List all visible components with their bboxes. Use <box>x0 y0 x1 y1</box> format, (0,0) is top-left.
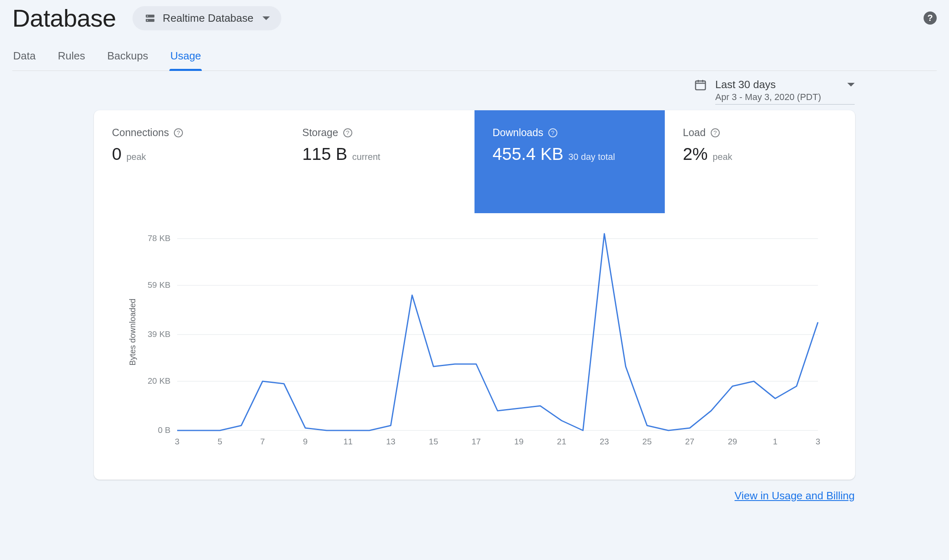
calendar-icon <box>694 78 707 91</box>
svg-text:9: 9 <box>303 437 308 446</box>
database-selector-label: Realtime Database <box>163 12 253 25</box>
svg-text:11: 11 <box>343 437 353 446</box>
svg-text:59 KB: 59 KB <box>148 280 171 289</box>
chevron-down-icon <box>847 83 855 87</box>
database-icon <box>144 12 156 25</box>
svg-text:17: 17 <box>472 437 481 446</box>
help-icon[interactable]: ? <box>174 128 183 137</box>
metric-load[interactable]: Load ? 2% peak <box>665 110 855 213</box>
usage-card: Connections ? 0 peak Storage ? 115 B cur… <box>94 110 855 480</box>
help-icon[interactable]: ? <box>548 128 557 137</box>
page-title: Database <box>12 4 116 32</box>
svg-point-3 <box>147 20 148 20</box>
svg-text:0 B: 0 B <box>158 426 171 435</box>
svg-text:23: 23 <box>600 437 609 446</box>
metric-value: 455.4 KB <box>493 144 563 164</box>
metric-downloads[interactable]: Downloads ? 455.4 KB 30 day total <box>474 110 665 213</box>
tab-rules[interactable]: Rules <box>57 46 86 71</box>
svg-text:5: 5 <box>217 437 222 446</box>
svg-rect-4 <box>696 81 705 90</box>
svg-text:29: 29 <box>728 437 737 446</box>
svg-text:25: 25 <box>642 437 652 446</box>
svg-text:21: 21 <box>557 437 566 446</box>
metric-label: Load <box>683 127 706 139</box>
tab-bar: Data Rules Backups Usage <box>12 46 937 71</box>
svg-text:15: 15 <box>429 437 438 446</box>
metric-suffix: peak <box>126 152 146 162</box>
tab-backups[interactable]: Backups <box>106 46 149 71</box>
tab-usage[interactable]: Usage <box>169 46 202 71</box>
metric-suffix: peak <box>713 152 732 162</box>
help-icon[interactable]: ? <box>924 11 937 25</box>
help-icon[interactable]: ? <box>343 128 352 137</box>
svg-point-2 <box>147 16 148 16</box>
database-selector[interactable]: Realtime Database <box>132 6 281 30</box>
metric-label: Downloads <box>493 127 543 139</box>
metric-storage[interactable]: Storage ? 115 B current <box>284 110 474 213</box>
metric-value: 115 B <box>302 144 347 164</box>
date-range-label: Last 30 days <box>715 78 776 91</box>
metric-suffix: current <box>352 152 380 162</box>
svg-text:7: 7 <box>260 437 265 446</box>
svg-text:78 KB: 78 KB <box>148 234 171 243</box>
help-icon[interactable]: ? <box>711 128 720 137</box>
svg-text:39 KB: 39 KB <box>148 330 171 339</box>
metric-label: Storage <box>302 127 338 139</box>
svg-text:13: 13 <box>386 437 395 446</box>
metric-value: 0 <box>112 144 121 164</box>
chevron-down-icon <box>262 16 270 20</box>
svg-text:27: 27 <box>685 437 695 446</box>
metric-value: 2% <box>683 144 708 164</box>
svg-text:3: 3 <box>816 437 820 446</box>
metric-connections[interactable]: Connections ? 0 peak <box>94 110 284 213</box>
svg-text:19: 19 <box>514 437 524 446</box>
downloads-chart: 0 B20 KB39 KB59 KB78 KB35791113151719212… <box>119 225 830 455</box>
metric-suffix: 30 day total <box>568 152 615 162</box>
date-range-picker[interactable]: Last 30 days Apr 3 - May 3, 2020 (PDT) <box>694 78 855 105</box>
svg-text:1: 1 <box>773 437 778 446</box>
metric-label: Connections <box>112 127 169 139</box>
usage-billing-link[interactable]: View in Usage and Billing <box>735 489 855 502</box>
svg-text:Bytes downloaded: Bytes downloaded <box>128 298 137 365</box>
svg-text:3: 3 <box>175 437 179 446</box>
tab-data[interactable]: Data <box>12 46 36 71</box>
date-range-value: Apr 3 - May 3, 2020 (PDT) <box>715 92 855 102</box>
svg-text:20 KB: 20 KB <box>148 376 171 385</box>
